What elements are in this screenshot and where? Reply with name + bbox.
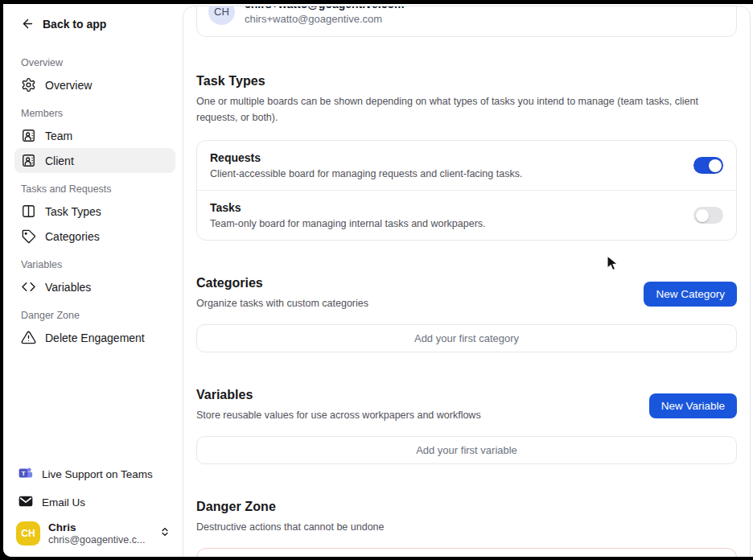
sidebar-item-overview[interactable]: Overview xyxy=(14,72,175,97)
task-types-section-header: Task Types One or multiple boards can be… xyxy=(196,74,737,126)
sidebar-item-client[interactable]: Client xyxy=(14,148,175,173)
user-email: chris@goagentive.c... xyxy=(48,534,151,546)
task-types-card: Requests Client-accessible board for man… xyxy=(196,140,737,241)
variables-empty-state[interactable]: Add your first variable xyxy=(196,436,737,464)
new-category-button[interactable]: New Category xyxy=(644,282,737,307)
warning-triangle-icon xyxy=(21,330,36,345)
svg-text:T: T xyxy=(22,470,26,477)
live-support-label: Live Support on Teams xyxy=(42,468,153,480)
back-to-app-label: Back to app xyxy=(43,18,106,31)
email-us-link[interactable]: Email Us xyxy=(18,493,176,512)
variables-title: Variables xyxy=(196,388,481,402)
tasks-toggle[interactable] xyxy=(693,207,723,224)
new-variable-button[interactable]: New Variable xyxy=(649,393,737,418)
tasks-text: Tasks Team-only board for managing inter… xyxy=(210,201,486,229)
settings-main-panel: CH chirs+watto@goagentive.com chirs+watt… xyxy=(183,6,751,557)
requests-text: Requests Client-accessible board for man… xyxy=(210,151,522,179)
categories-section-header: Categories Organize tasks with custom ca… xyxy=(196,276,737,311)
client-profile-card[interactable]: CH chirs+watto@goagentive.com chirs+watt… xyxy=(196,6,737,37)
user-name: Chris xyxy=(48,521,151,534)
toggle-knob xyxy=(709,159,722,172)
arrow-left-icon xyxy=(21,17,35,31)
sidebar-item-label: Delete Engagement xyxy=(45,331,145,344)
sidebar-section-danger-zone: Danger Zone xyxy=(21,310,176,321)
categories-title: Categories xyxy=(196,276,368,290)
danger-zone-subtitle: Destructive actions that cannot be undon… xyxy=(196,519,737,535)
danger-zone-section-header: Danger Zone Destructive actions that can… xyxy=(196,500,737,535)
sidebar-item-team[interactable]: Team xyxy=(14,123,175,148)
sidebar-footer: T Live Support on Teams Email Us CH Chri… xyxy=(19,465,176,546)
sidebar-item-task-types[interactable]: Task Types xyxy=(14,199,175,224)
sidebar-section-variables: Variables xyxy=(21,259,176,270)
categories-subtitle: Organize tasks with custom categories xyxy=(196,295,368,311)
requests-description: Client-accessible board for managing req… xyxy=(210,168,522,179)
contact-card-icon xyxy=(21,153,36,168)
task-types-description: One or multiple boards can be shown depe… xyxy=(196,93,719,126)
user-avatar: CH xyxy=(16,521,40,546)
client-name: chirs+watto@goagentive.com xyxy=(245,6,404,12)
tag-icon xyxy=(21,229,36,244)
sidebar-section-overview: Overview xyxy=(21,57,176,68)
code-icon xyxy=(21,279,36,294)
sidebar-item-label: Task Types xyxy=(45,205,101,218)
sidebar-item-categories[interactable]: Categories xyxy=(14,224,175,249)
app-window: Back to app Overview Overview Members Te… xyxy=(3,4,753,557)
client-email: chirs+watto@goagentive.com xyxy=(245,12,404,27)
client-meta: chirs+watto@goagentive.com chirs+watto@g… xyxy=(245,6,404,27)
envelope-icon xyxy=(18,493,34,512)
client-avatar: CH xyxy=(208,6,235,25)
tasks-row: Tasks Team-only board for managing inter… xyxy=(197,190,736,240)
variables-subtitle: Store reusable values for use across wor… xyxy=(196,407,481,423)
gear-icon xyxy=(21,77,36,93)
sidebar-item-label: Client xyxy=(45,154,74,167)
danger-zone-title: Danger Zone xyxy=(196,500,737,514)
variables-heading-block: Variables Store reusable values for use … xyxy=(196,388,481,423)
requests-row: Requests Client-accessible board for man… xyxy=(197,141,736,190)
sidebar-section-tasks-requests: Tasks and Requests xyxy=(21,183,176,195)
user-menu[interactable]: CH Chris chris@goagentive.c... xyxy=(16,521,171,546)
back-to-app-button[interactable]: Back to app xyxy=(21,17,176,31)
requests-title: Requests xyxy=(210,151,522,164)
categories-heading-block: Categories Organize tasks with custom ca… xyxy=(196,276,368,311)
requests-toggle[interactable] xyxy=(693,157,723,174)
teams-icon: T xyxy=(18,465,34,484)
tasks-title: Tasks xyxy=(210,201,486,214)
sidebar-item-label: Overview xyxy=(45,79,92,92)
chevron-up-down-icon xyxy=(159,526,171,541)
sidebar-item-delete-engagement[interactable]: Delete Engagement xyxy=(14,325,175,350)
user-meta: Chris chris@goagentive.c... xyxy=(48,521,151,546)
board-columns-icon xyxy=(21,204,36,219)
variables-section-header: Variables Store reusable values for use … xyxy=(196,388,737,423)
sidebar-item-label: Team xyxy=(45,130,72,142)
sidebar-item-label: Categories xyxy=(45,230,100,243)
categories-empty-state[interactable]: Add your first category xyxy=(196,324,737,352)
tasks-description: Team-only board for managing internal ta… xyxy=(210,218,486,229)
sidebar-section-members: Members xyxy=(21,108,176,119)
settings-sidebar: Back to app Overview Overview Members Te… xyxy=(3,4,183,557)
danger-zone-card: Delete engagement xyxy=(196,548,737,557)
toggle-knob xyxy=(696,209,709,222)
contact-card-icon xyxy=(21,128,36,143)
email-us-label: Email Us xyxy=(42,496,85,509)
sidebar-item-label: Variables xyxy=(45,281,91,294)
sidebar-item-variables[interactable]: Variables xyxy=(14,274,175,299)
task-types-title: Task Types xyxy=(196,74,737,89)
live-support-link[interactable]: T Live Support on Teams xyxy=(18,465,176,484)
